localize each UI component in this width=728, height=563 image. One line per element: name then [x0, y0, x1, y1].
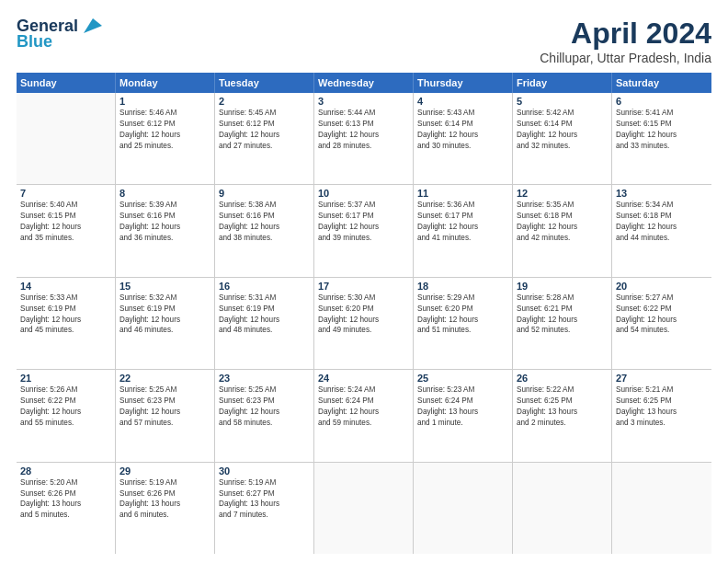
day-number: 24: [318, 373, 409, 384]
day-info: Sunrise: 5:40 AM Sunset: 6:15 PM Dayligh…: [20, 200, 111, 244]
day-info: Sunrise: 5:19 AM Sunset: 6:26 PM Dayligh…: [119, 477, 210, 522]
calendar-day-19: 19Sunrise: 5:28 AM Sunset: 6:21 PM Dayli…: [513, 278, 612, 369]
day-info: Sunrise: 5:42 AM Sunset: 6:14 PM Dayligh…: [517, 108, 608, 152]
day-of-week-sunday: Sunday: [17, 73, 116, 93]
day-info: Sunrise: 5:29 AM Sunset: 6:20 PM Dayligh…: [417, 293, 508, 337]
day-number: 16: [219, 281, 310, 292]
day-number: 17: [318, 281, 409, 292]
calendar-body: 1Sunrise: 5:46 AM Sunset: 6:12 PM Daylig…: [17, 93, 711, 554]
day-number: 12: [517, 188, 608, 199]
day-of-week-friday: Friday: [513, 73, 612, 93]
calendar-day-21: 21Sunrise: 5:26 AM Sunset: 6:22 PM Dayli…: [17, 370, 116, 461]
day-number: 28: [20, 465, 111, 477]
page-header: General Blue April 2024 Chillupar, Uttar…: [17, 17, 711, 65]
day-info: Sunrise: 5:31 AM Sunset: 6:19 PM Dayligh…: [219, 293, 310, 337]
calendar-day-14: 14Sunrise: 5:33 AM Sunset: 6:19 PM Dayli…: [17, 278, 116, 369]
calendar-day-17: 17Sunrise: 5:30 AM Sunset: 6:20 PM Dayli…: [314, 278, 414, 369]
day-number: 30: [219, 465, 310, 477]
calendar-day-2: 2Sunrise: 5:45 AM Sunset: 6:12 PM Daylig…: [215, 93, 314, 184]
calendar-empty: [513, 463, 612, 554]
day-of-week-saturday: Saturday: [612, 73, 711, 93]
day-info: Sunrise: 5:34 AM Sunset: 6:18 PM Dayligh…: [616, 200, 708, 244]
calendar-day-7: 7Sunrise: 5:40 AM Sunset: 6:15 PM Daylig…: [17, 185, 116, 276]
calendar-day-22: 22Sunrise: 5:25 AM Sunset: 6:23 PM Dayli…: [116, 370, 215, 461]
day-info: Sunrise: 5:38 AM Sunset: 6:16 PM Dayligh…: [219, 200, 310, 244]
day-number: 18: [417, 281, 508, 292]
calendar-day-16: 16Sunrise: 5:31 AM Sunset: 6:19 PM Dayli…: [215, 278, 314, 369]
location: Chillupar, Uttar Pradesh, India: [540, 51, 711, 65]
day-info: Sunrise: 5:41 AM Sunset: 6:15 PM Dayligh…: [616, 108, 708, 152]
day-info: Sunrise: 5:25 AM Sunset: 6:23 PM Dayligh…: [219, 385, 310, 429]
day-info: Sunrise: 5:45 AM Sunset: 6:12 PM Dayligh…: [219, 108, 310, 152]
day-of-week-tuesday: Tuesday: [215, 73, 314, 93]
day-number: 27: [616, 373, 708, 384]
day-info: Sunrise: 5:22 AM Sunset: 6:25 PM Dayligh…: [517, 385, 608, 429]
calendar-empty: [17, 93, 116, 184]
calendar-day-1: 1Sunrise: 5:46 AM Sunset: 6:12 PM Daylig…: [116, 93, 215, 184]
calendar: SundayMondayTuesdayWednesdayThursdayFrid…: [17, 73, 711, 554]
day-number: 9: [219, 188, 310, 199]
day-number: 6: [616, 96, 708, 107]
day-number: 2: [219, 96, 310, 107]
calendar-day-26: 26Sunrise: 5:22 AM Sunset: 6:25 PM Dayli…: [513, 370, 612, 461]
day-info: Sunrise: 5:27 AM Sunset: 6:22 PM Dayligh…: [616, 293, 708, 337]
day-info: Sunrise: 5:46 AM Sunset: 6:12 PM Dayligh…: [119, 108, 210, 152]
day-number: 15: [119, 281, 210, 292]
month-title: April 2024: [540, 17, 711, 51]
day-number: 1: [119, 96, 210, 107]
calendar-day-12: 12Sunrise: 5:35 AM Sunset: 6:18 PM Dayli…: [513, 185, 612, 276]
calendar-day-4: 4Sunrise: 5:43 AM Sunset: 6:14 PM Daylig…: [414, 93, 513, 184]
day-number: 7: [20, 188, 111, 199]
day-info: Sunrise: 5:33 AM Sunset: 6:19 PM Dayligh…: [20, 293, 111, 337]
calendar-day-23: 23Sunrise: 5:25 AM Sunset: 6:23 PM Dayli…: [215, 370, 314, 461]
day-number: 21: [20, 373, 111, 384]
calendar-day-18: 18Sunrise: 5:29 AM Sunset: 6:20 PM Dayli…: [414, 278, 513, 369]
calendar-day-29: 29Sunrise: 5:19 AM Sunset: 6:26 PM Dayli…: [116, 463, 215, 554]
day-number: 10: [318, 188, 409, 199]
calendar-empty: [314, 463, 414, 554]
day-info: Sunrise: 5:26 AM Sunset: 6:22 PM Dayligh…: [20, 385, 111, 429]
day-number: 3: [318, 96, 409, 107]
day-info: Sunrise: 5:21 AM Sunset: 6:25 PM Dayligh…: [616, 385, 708, 429]
day-number: 29: [119, 465, 210, 477]
calendar-header: SundayMondayTuesdayWednesdayThursdayFrid…: [17, 73, 711, 93]
day-number: 8: [119, 188, 210, 199]
logo: General Blue: [17, 17, 102, 52]
calendar-day-24: 24Sunrise: 5:24 AM Sunset: 6:24 PM Dayli…: [314, 370, 414, 461]
day-number: 23: [219, 373, 310, 384]
day-number: 5: [517, 96, 608, 107]
day-of-week-wednesday: Wednesday: [314, 73, 414, 93]
day-number: 4: [417, 96, 508, 107]
calendar-day-11: 11Sunrise: 5:36 AM Sunset: 6:17 PM Dayli…: [414, 185, 513, 276]
day-number: 19: [517, 281, 608, 292]
day-info: Sunrise: 5:19 AM Sunset: 6:27 PM Dayligh…: [219, 477, 310, 522]
calendar-week-5: 28Sunrise: 5:20 AM Sunset: 6:26 PM Dayli…: [17, 463, 711, 554]
day-info: Sunrise: 5:30 AM Sunset: 6:20 PM Dayligh…: [318, 293, 409, 337]
calendar-day-3: 3Sunrise: 5:44 AM Sunset: 6:13 PM Daylig…: [314, 93, 414, 184]
day-info: Sunrise: 5:36 AM Sunset: 6:17 PM Dayligh…: [417, 200, 508, 244]
calendar-week-4: 21Sunrise: 5:26 AM Sunset: 6:22 PM Dayli…: [17, 370, 711, 462]
day-number: 11: [417, 188, 508, 199]
day-of-week-monday: Monday: [116, 73, 215, 93]
calendar-day-8: 8Sunrise: 5:39 AM Sunset: 6:16 PM Daylig…: [116, 185, 215, 276]
day-info: Sunrise: 5:25 AM Sunset: 6:23 PM Dayligh…: [119, 385, 210, 429]
calendar-week-2: 7Sunrise: 5:40 AM Sunset: 6:15 PM Daylig…: [17, 185, 711, 277]
calendar-day-6: 6Sunrise: 5:41 AM Sunset: 6:15 PM Daylig…: [612, 93, 711, 184]
day-number: 20: [616, 281, 708, 292]
calendar-day-5: 5Sunrise: 5:42 AM Sunset: 6:14 PM Daylig…: [513, 93, 612, 184]
day-info: Sunrise: 5:35 AM Sunset: 6:18 PM Dayligh…: [517, 200, 608, 244]
logo-icon: [80, 17, 102, 35]
day-info: Sunrise: 5:23 AM Sunset: 6:24 PM Dayligh…: [417, 385, 508, 429]
day-info: Sunrise: 5:20 AM Sunset: 6:26 PM Dayligh…: [20, 477, 111, 522]
calendar-day-20: 20Sunrise: 5:27 AM Sunset: 6:22 PM Dayli…: [612, 278, 711, 369]
title-block: April 2024 Chillupar, Uttar Pradesh, Ind…: [540, 17, 711, 65]
calendar-empty: [612, 463, 711, 554]
calendar-day-13: 13Sunrise: 5:34 AM Sunset: 6:18 PM Dayli…: [612, 185, 711, 276]
day-info: Sunrise: 5:44 AM Sunset: 6:13 PM Dayligh…: [318, 108, 409, 152]
calendar-day-15: 15Sunrise: 5:32 AM Sunset: 6:19 PM Dayli…: [116, 278, 215, 369]
day-number: 14: [20, 281, 111, 292]
day-number: 25: [417, 373, 508, 384]
day-number: 22: [119, 373, 210, 384]
calendar-day-30: 30Sunrise: 5:19 AM Sunset: 6:27 PM Dayli…: [215, 463, 314, 554]
day-info: Sunrise: 5:43 AM Sunset: 6:14 PM Dayligh…: [417, 108, 508, 152]
